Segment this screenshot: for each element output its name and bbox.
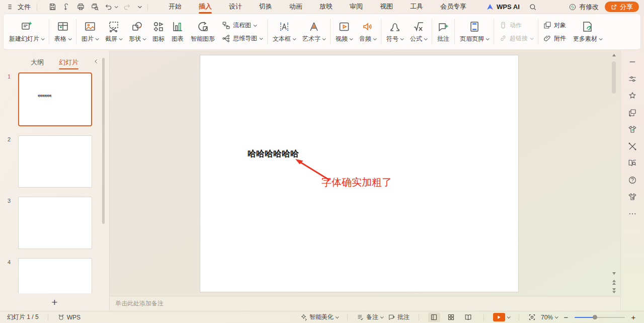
play-slideshow-button[interactable] [493, 313, 510, 321]
new-slide-button[interactable]: 新建幻灯片 [6, 14, 47, 49]
table-button[interactable]: 表格 [51, 14, 74, 49]
share-button[interactable]: 分享 [605, 2, 639, 12]
zoom-slider[interactable] [575, 314, 625, 321]
tab-animation[interactable]: 动画 [281, 0, 311, 14]
add-slide-button[interactable]: + [0, 297, 109, 308]
properties-icon[interactable] [628, 74, 637, 84]
find-assets-icon[interactable] [628, 158, 637, 168]
zoom-out-button[interactable]: − [562, 313, 570, 321]
icon-library-button[interactable]: 图标 [149, 14, 168, 49]
material-library-icon[interactable] [628, 125, 637, 134]
file-menu-label[interactable]: 文件 [18, 3, 31, 12]
attachment-button[interactable]: 附件 [543, 34, 566, 43]
tab-review[interactable]: 审阅 [341, 0, 371, 14]
slide-thumbnail-4[interactable] [18, 258, 92, 293]
skin-settings-icon[interactable] [628, 192, 637, 201]
tab-slideshow[interactable]: 放映 [311, 0, 341, 14]
help-icon[interactable] [628, 176, 637, 185]
canvas-workspace: 哈哈哈哈哈哈 字体确实加粗了 [110, 50, 620, 296]
tab-insert[interactable]: 插入 [190, 0, 220, 14]
scrollbar-thumb[interactable] [612, 61, 616, 94]
collapse-sidebar-icon[interactable] [628, 57, 637, 66]
screenshot-button[interactable]: 截屏 [102, 14, 125, 49]
tab-design[interactable]: 设计 [220, 0, 251, 14]
undo-button[interactable] [105, 3, 117, 11]
action-button-disabled: 动作 [499, 21, 533, 30]
tab-transition[interactable]: 切换 [251, 0, 281, 14]
chart-button[interactable]: 图表 [168, 14, 187, 49]
more-options-icon[interactable] [628, 209, 637, 218]
export-pdf-icon[interactable] [62, 3, 71, 11]
vertical-scrollbar[interactable] [610, 50, 617, 296]
file-menu[interactable]: 文件 [5, 3, 33, 12]
notes-toggle-button[interactable]: 备注 [357, 313, 383, 321]
tab-view[interactable]: 视图 [371, 0, 401, 14]
slide-sorter-view-button[interactable] [445, 312, 457, 322]
zoom-slider-handle[interactable] [593, 315, 597, 319]
quickbar-customize-icon[interactable] [136, 4, 143, 11]
slide-text[interactable]: 哈哈哈哈哈哈 [248, 148, 299, 159]
tab-member[interactable]: 会员专享 [432, 0, 475, 14]
annotation-text[interactable]: 字体确实加粗了 [321, 176, 392, 189]
tab-home[interactable]: 开始 [160, 0, 190, 14]
object-button[interactable]: 对象 [543, 21, 566, 30]
symbol-button[interactable]: 符号 [383, 14, 407, 49]
modified-status[interactable]: 有修改 [569, 3, 599, 12]
reading-view-button[interactable] [462, 312, 474, 322]
zoom-level-button[interactable]: 70% [541, 314, 557, 321]
smart-graphics-button[interactable]: 智能图形 [187, 14, 218, 49]
picture-button[interactable]: 图片 [78, 14, 102, 49]
tab-tools[interactable]: 工具 [401, 0, 432, 14]
effects-star-icon[interactable] [628, 91, 637, 100]
wps-mascot-button[interactable]: WPS [57, 313, 80, 321]
print-preview-icon[interactable] [91, 3, 99, 11]
notes-placeholder: 单击此处添加备注 [115, 299, 164, 308]
formula-icon [413, 21, 425, 33]
normal-view-button[interactable] [428, 312, 440, 322]
tab-outline[interactable]: 大纲 [31, 58, 44, 69]
zoom-in-button[interactable]: + [630, 313, 637, 321]
comment-toggle-button[interactable]: 批注 [388, 313, 410, 321]
next-slide-icon[interactable] [611, 288, 617, 293]
wps-ai-button[interactable]: WPS AI [486, 3, 520, 11]
annotation-arrow[interactable] [200, 55, 518, 292]
transition-panel-icon[interactable] [628, 108, 637, 117]
play-dropdown-caret-icon[interactable] [507, 315, 511, 318]
shapes-button[interactable]: 形状 [125, 14, 149, 49]
audio-button[interactable]: 音频 [356, 14, 379, 49]
header-footer-label: 页眉页脚 [460, 35, 484, 43]
notes-input[interactable]: 单击此处添加备注 [110, 296, 620, 311]
flowchart-button[interactable]: 流程图 [222, 21, 262, 30]
dropdown-caret-icon [400, 37, 404, 40]
header-footer-button[interactable]: 页眉页脚 [456, 14, 492, 49]
previous-slide-icon[interactable] [611, 280, 617, 285]
fit-to-screen-icon[interactable] [528, 313, 536, 321]
mindmap-button[interactable]: 思维导图 [222, 34, 262, 43]
hamburger-menu-icon[interactable] [7, 3, 15, 11]
scroll-down-icon[interactable] [611, 271, 617, 276]
wordart-button[interactable]: 艺术字 [299, 14, 329, 49]
search-icon[interactable] [529, 3, 537, 11]
action-link-group: 动作 超链接 [496, 14, 536, 49]
slide-thumbnail-2[interactable] [18, 135, 92, 188]
more-assets-button[interactable]: 更多素材 [570, 14, 605, 49]
play-icon[interactable] [493, 313, 505, 321]
scroll-up-icon[interactable] [611, 52, 617, 57]
print-icon[interactable] [76, 3, 85, 11]
tab-slides[interactable]: 幻灯片 [59, 58, 78, 69]
slide-thumbnail-1[interactable]: 哈哈哈哈哈哈 [18, 72, 92, 126]
video-button[interactable]: 视频 [332, 14, 356, 49]
thumbnail-scrollbar[interactable] [102, 58, 105, 224]
comment-button[interactable]: 批注 [434, 14, 453, 49]
collapse-panel-icon[interactable] [93, 58, 99, 64]
divider [347, 314, 348, 321]
slide-canvas[interactable]: 哈哈哈哈哈哈 字体确实加粗了 [200, 55, 518, 292]
undo-dropdown-caret-icon[interactable] [115, 5, 118, 8]
formula-button[interactable]: 公式 [407, 14, 430, 49]
slide-thumbnail-3[interactable] [18, 197, 92, 249]
smart-beautify-button[interactable]: 智能美化 [300, 313, 338, 321]
textbox-button[interactable]: 文本框 [269, 14, 299, 49]
smart-tools-icon[interactable] [628, 142, 637, 151]
save-icon[interactable] [48, 3, 57, 11]
table-icon [57, 21, 69, 33]
